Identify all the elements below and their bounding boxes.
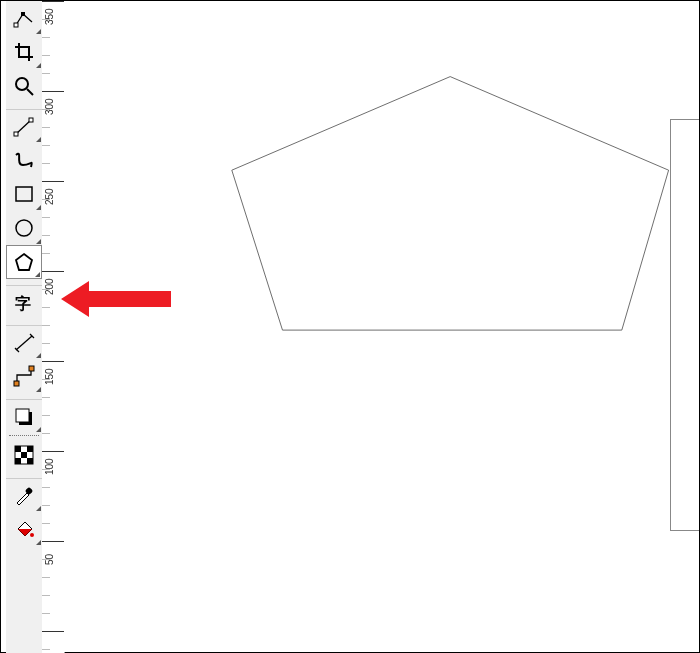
svg-rect-19 (15, 446, 21, 452)
svg-rect-21 (21, 452, 27, 458)
ruler-label: 200 (44, 278, 55, 295)
artistic-media-tool[interactable] (6, 143, 42, 177)
shadow-icon (13, 406, 35, 428)
svg-rect-5 (14, 132, 18, 136)
svg-marker-9 (16, 254, 32, 270)
svg-rect-14 (14, 381, 19, 386)
ellipse-icon (13, 217, 35, 239)
ruler-label: 100 (44, 458, 55, 475)
bucket-icon (13, 518, 35, 540)
svg-rect-22 (15, 458, 21, 464)
polygon-icon (13, 251, 35, 273)
drop-shadow-tool[interactable] (6, 399, 42, 433)
ruler-label: 250 (44, 188, 55, 205)
rectangle-tool[interactable] (6, 177, 42, 211)
freehand-icon (13, 116, 35, 138)
svg-point-8 (16, 220, 32, 236)
red-arrow-annotation (61, 279, 181, 319)
eyedropper-icon (13, 485, 35, 507)
fill-tool[interactable] (6, 512, 42, 546)
svg-line-11 (16, 336, 32, 350)
svg-rect-1 (21, 12, 25, 16)
svg-rect-7 (16, 187, 32, 201)
ruler-label: 350 (44, 8, 55, 25)
text-tool[interactable]: 字 (6, 285, 42, 319)
text-icon: 字 (12, 292, 36, 314)
svg-text:字: 字 (15, 294, 31, 312)
eyedropper-tool[interactable] (6, 478, 42, 512)
ruler-label: 300 (44, 98, 55, 115)
checker-icon (13, 444, 35, 466)
nodes-icon (13, 7, 35, 29)
svg-point-25 (30, 533, 34, 537)
svg-rect-6 (29, 118, 33, 122)
connector-tool[interactable] (6, 359, 42, 393)
polygon-tool[interactable] (6, 245, 42, 279)
canvas[interactable] (64, 1, 699, 652)
crop-icon (13, 41, 35, 63)
svg-rect-0 (14, 23, 18, 27)
pentagon-shape[interactable] (224, 61, 684, 431)
svg-marker-27 (61, 281, 171, 317)
app-frame: 字 (0, 0, 700, 653)
zoom-tool[interactable] (6, 69, 42, 103)
dimension-tool[interactable] (6, 325, 42, 359)
brush-curve-icon (13, 149, 35, 171)
crop-tool[interactable] (6, 35, 42, 69)
svg-line-3 (27, 89, 33, 95)
freehand-tool[interactable] (6, 109, 42, 143)
vertical-ruler: 350 300 250 200 150 100 50 (42, 1, 65, 653)
svg-point-2 (16, 78, 28, 90)
ellipse-tool[interactable] (6, 211, 42, 245)
svg-rect-15 (29, 366, 34, 371)
transparency-tool[interactable] (6, 438, 42, 472)
connector-icon (13, 365, 35, 387)
toolbox: 字 (6, 1, 43, 653)
rectangle-icon (13, 183, 35, 205)
ruler-label: 150 (44, 368, 55, 385)
svg-rect-23 (27, 458, 33, 464)
svg-marker-26 (232, 77, 669, 330)
edit-nodes-tool[interactable] (6, 1, 42, 35)
dimension-icon (13, 332, 35, 354)
svg-rect-20 (27, 446, 33, 452)
magnifier-icon (13, 75, 35, 97)
svg-rect-17 (16, 409, 29, 422)
